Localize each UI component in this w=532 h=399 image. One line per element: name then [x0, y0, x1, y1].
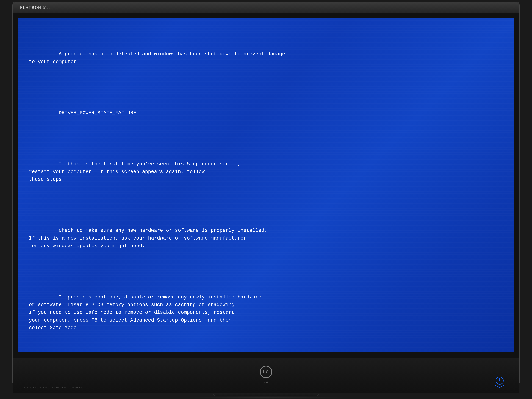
power-button-area[interactable]	[494, 377, 505, 390]
p2-line1: Check to make sure any new hardware or s…	[59, 228, 267, 233]
bsod-paragraph2: Check to make sure any new hardware or s…	[29, 219, 503, 258]
lg-logo: LG	[260, 366, 272, 378]
bsod-content: A problem has been detected and windows …	[29, 27, 503, 352]
p1-line2: restart your computer. If this screen ap…	[29, 169, 205, 175]
p3-line2: or software. Disable BIOS memory options…	[29, 302, 237, 308]
p1-line1: If this is the first time you've seen th…	[59, 161, 241, 167]
bsod-line2: to your computer.	[29, 59, 80, 64]
floor-reflection	[186, 396, 346, 399]
bsod-line1: A problem has been detected and windows …	[59, 51, 285, 57]
power-icon[interactable]	[496, 377, 504, 385]
chevron-down-icon	[494, 386, 505, 390]
monitor-top-bar: FLATRON Wide	[13, 2, 519, 13]
bsod-paragraph1: If this is the first time you've seen th…	[29, 152, 503, 191]
bsod-screen: A problem has been detected and windows …	[18, 18, 514, 352]
monitor-logo-area: LG LG	[260, 366, 272, 383]
control-labels: REZOOMNG MENU F.ENGINE SOURCE AUTO/SET	[24, 386, 85, 389]
screen-bezel: A problem has been detected and windows …	[13, 13, 519, 358]
p2-line2: If this is a new installation, ask your …	[29, 235, 247, 241]
p3-line3: If you need to use Safe Mode to remove o…	[29, 310, 234, 315]
p2-line3: for any windows updates you might need.	[29, 243, 145, 249]
monitor-controls: REZOOMNG MENU F.ENGINE SOURCE AUTO/SET	[24, 386, 85, 389]
p3-line5: select Safe Mode.	[29, 325, 80, 330]
bsod-error-code: DRIVER_POWER_STATE_FAILURE	[29, 101, 503, 125]
monitor-bottom: LG LG REZOOMNG MENU F.ENGINE SOURCE AUTO…	[13, 358, 519, 393]
p1-line3: these steps:	[29, 177, 65, 182]
monitor: FLATRON Wide A problem has been detected…	[13, 2, 519, 383]
p3-line1: If problems continue, disable or remove …	[59, 294, 261, 300]
bsod-intro: A problem has been detected and windows …	[29, 43, 503, 73]
bsod-paragraph3: If problems continue, disable or remove …	[29, 285, 503, 339]
monitor-brand: FLATRON Wide	[20, 5, 50, 10]
p3-line4: your computer, press F8 to select Advanc…	[29, 317, 232, 323]
monitor-label: LG	[264, 380, 268, 383]
error-code-text: DRIVER_POWER_STATE_FAILURE	[59, 110, 136, 116]
